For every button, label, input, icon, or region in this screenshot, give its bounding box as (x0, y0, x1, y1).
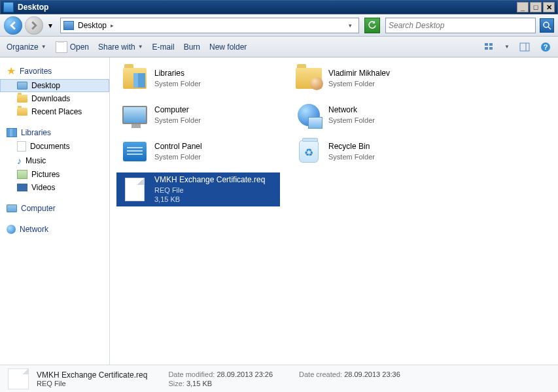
sidebar-item-videos[interactable]: Videos (0, 181, 109, 194)
item-name: VMKH Exchange Certificate.req (154, 175, 265, 186)
created-value: 28.09.2013 23:36 (344, 370, 400, 378)
item-subtitle: System Folder (154, 116, 201, 125)
sidebar-item-music[interactable]: ♪ Music (0, 154, 109, 168)
sidebar-item-label: Music (26, 156, 46, 165)
svg-line-1 (548, 27, 551, 29)
sidebar-item-recent-places[interactable]: Recent Places (0, 105, 109, 118)
size-label: Size: (168, 380, 184, 387)
window-title: Desktop (18, 3, 515, 12)
email-button[interactable]: E-mail (152, 42, 175, 52)
view-options-button[interactable] (483, 41, 495, 53)
search-input[interactable] (389, 21, 532, 30)
nav-bar: ▾ Desktop ▸ ▾ (0, 14, 558, 37)
sidebar-computer-section: Computer (0, 202, 109, 215)
recycle-bin-icon (296, 139, 322, 165)
share-with-button[interactable]: Share with ▼ (98, 42, 143, 52)
item-subtitle: System Folder (328, 152, 375, 161)
item-computer[interactable]: Computer System Folder (116, 99, 280, 131)
sidebar-item-documents[interactable]: Documents (0, 139, 109, 154)
details-type: REQ File (37, 380, 147, 387)
folder-icon (17, 108, 27, 116)
svg-point-0 (544, 22, 549, 27)
sidebar-item-downloads[interactable]: Downloads (0, 92, 109, 105)
share-label: Share with (98, 42, 135, 52)
sidebar-network-section: Network (0, 223, 109, 236)
sidebar-computer-header[interactable]: Computer (0, 202, 109, 215)
sidebar-item-label: Pictures (31, 170, 60, 179)
organize-button[interactable]: Organize ▼ (7, 42, 46, 52)
star-icon: ★ (7, 65, 16, 77)
item-subtitle: System Folder (154, 79, 201, 88)
svg-rect-5 (489, 47, 493, 50)
search-button[interactable] (540, 18, 554, 33)
sidebar-item-label: Downloads (31, 94, 70, 103)
sidebar-item-label: Desktop (31, 81, 60, 90)
maximize-button[interactable]: □ (530, 2, 542, 12)
folder-icon (17, 95, 27, 103)
open-button[interactable]: Open (56, 41, 89, 53)
address-segment-dropdown[interactable]: ▸ (111, 22, 114, 29)
address-icon (63, 21, 74, 30)
back-button[interactable] (4, 16, 22, 35)
preview-pane-button[interactable] (519, 41, 531, 53)
items-grid: Libraries System Folder Vladimir Mikhale… (116, 63, 551, 206)
svg-rect-2 (485, 43, 488, 46)
address-dropdown[interactable]: ▾ (345, 22, 356, 29)
pictures-icon (17, 170, 27, 179)
search-box[interactable] (385, 18, 536, 33)
sidebar-libraries-header[interactable]: Libraries (0, 126, 109, 139)
forward-button[interactable] (25, 16, 43, 35)
sidebar-item-label: Recent Places (31, 107, 82, 116)
address-bar[interactable]: Desktop ▸ ▾ (60, 18, 359, 33)
help-button[interactable]: ? (540, 41, 551, 53)
toolbar: Organize ▼ Open Share with ▼ E-mail Burn… (0, 37, 558, 57)
title-bar: Desktop _ □ ✕ (0, 0, 558, 14)
open-icon (56, 41, 67, 53)
sidebar-item-desktop[interactable]: Desktop (0, 79, 109, 92)
newfolder-label: New folder (209, 42, 247, 52)
burn-button[interactable]: Burn (184, 42, 200, 52)
svg-text:?: ? (544, 43, 548, 51)
new-folder-button[interactable]: New folder (209, 42, 247, 52)
libraries-icon (7, 128, 17, 137)
document-icon (17, 141, 26, 152)
item-name: Control Panel (154, 142, 202, 152)
item-req-file[interactable]: VMKH Exchange Certificate.req REQ File 3… (116, 172, 280, 206)
item-subtitle: REQ File (154, 186, 265, 195)
item-subtitle: System Folder (328, 116, 375, 125)
burn-label: Burn (184, 42, 200, 52)
details-main: VMKH Exchange Certificate.req REQ File (37, 370, 147, 387)
close-button[interactable]: ✕ (543, 2, 555, 12)
address-text: Desktop (78, 21, 107, 30)
sidebar-network-header[interactable]: Network (0, 223, 109, 236)
music-icon: ♪ (17, 155, 22, 166)
item-name: Network (328, 105, 375, 116)
item-name: Recycle Bin (328, 142, 375, 152)
item-libraries[interactable]: Libraries System Folder (116, 63, 280, 94)
sidebar: ★ Favorites Desktop Downloads Recent Pla… (0, 57, 110, 365)
item-user-folder[interactable]: Vladimir Mikhalev System Folder (290, 63, 454, 94)
sidebar-item-pictures[interactable]: Pictures (0, 168, 109, 181)
item-network[interactable]: Network System Folder (290, 99, 454, 131)
svg-rect-3 (489, 43, 493, 46)
details-name: VMKH Exchange Certificate.req (37, 370, 147, 380)
sidebar-favorites-section: ★ Favorites Desktop Downloads Recent Pla… (0, 63, 109, 118)
view-dropdown-icon[interactable]: ▼ (504, 44, 510, 50)
item-control-panel[interactable]: Control Panel System Folder (116, 136, 280, 167)
sidebar-favorites-header[interactable]: ★ Favorites (0, 63, 109, 79)
item-subtitle: System Folder (328, 79, 390, 88)
file-icon (122, 176, 148, 203)
nav-history-dropdown[interactable]: ▾ (46, 16, 55, 35)
content-area[interactable]: Libraries System Folder Vladimir Mikhale… (110, 57, 558, 365)
control-panel-icon (122, 139, 148, 165)
created-label: Date created: (299, 370, 342, 378)
computer-icon (7, 204, 17, 212)
details-file-icon (8, 368, 29, 389)
item-recycle-bin[interactable]: Recycle Bin System Folder (290, 136, 454, 167)
details-pane: VMKH Exchange Certificate.req REQ File D… (0, 365, 558, 392)
minimize-button[interactable]: _ (517, 2, 529, 12)
refresh-button[interactable] (364, 18, 380, 33)
network-icon (296, 102, 322, 128)
email-label: E-mail (152, 42, 175, 52)
item-size: 3,15 KB (154, 195, 265, 204)
